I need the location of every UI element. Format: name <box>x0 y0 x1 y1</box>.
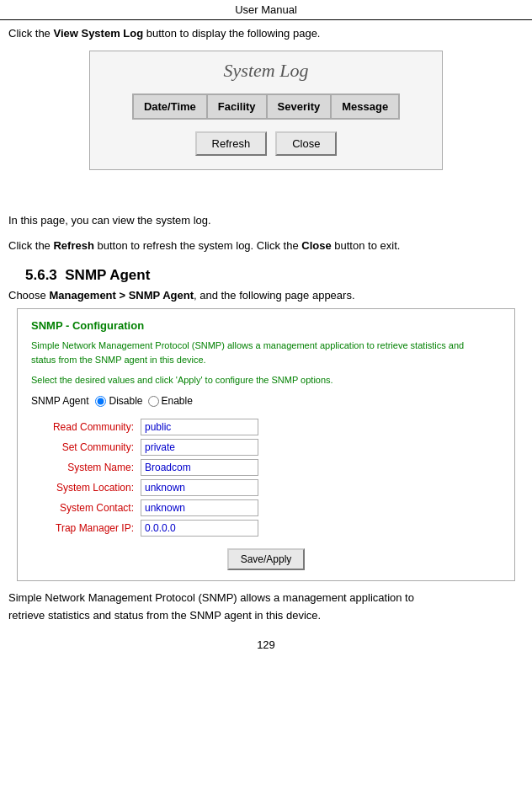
form-row-3: System Location: <box>31 479 501 496</box>
system-log-title: System Log <box>224 60 309 82</box>
col-facility: Facility <box>208 95 268 118</box>
desc-line1: In this page, you can view the system lo… <box>8 212 524 230</box>
log-buttons: Refresh Close <box>195 131 338 156</box>
intro-bold: View System Log <box>53 27 143 40</box>
form-label-0: Read Community: <box>31 421 141 433</box>
page-number: 129 <box>0 638 532 651</box>
radio-disable-option[interactable]: Disable <box>95 395 142 407</box>
form-row-1: Set Community: <box>31 439 501 456</box>
close-button[interactable]: Close <box>275 131 337 156</box>
col-severity: Severity <box>268 95 332 118</box>
snmp-configuration-panel: SNMP - Configuration Simple Network Mana… <box>17 308 515 581</box>
radio-enable-label: Enable <box>162 395 193 407</box>
form-label-1: Set Community: <box>31 441 141 453</box>
section-heading: 5.6.3 SNMP Agent <box>25 267 524 284</box>
form-input-5[interactable] <box>141 520 258 537</box>
section-title: SNMP Agent <box>65 267 150 283</box>
snmp-agent-label: SNMP Agent <box>31 395 88 407</box>
radio-group: Disable Enable <box>95 395 192 407</box>
intro-before: Click the <box>8 27 53 40</box>
form-row-2: System Name: <box>31 459 501 476</box>
form-input-1[interactable] <box>141 439 258 456</box>
form-label-5: Trap Manager IP: <box>31 522 141 534</box>
system-log-panel: System Log Date/Time Facility Severity M… <box>89 51 443 170</box>
form-label-4: System Contact: <box>31 502 141 514</box>
save-btn-row: Save/Apply <box>31 548 501 570</box>
intro-after: button to display the following page. <box>143 27 320 40</box>
save-apply-button[interactable]: Save/Apply <box>227 548 306 570</box>
header-title: User Manual <box>235 3 297 16</box>
form-input-0[interactable] <box>141 419 258 435</box>
radio-enable[interactable] <box>148 396 159 407</box>
snmp-desc: Simple Network Management Protocol (SNMP… <box>31 339 501 366</box>
form-input-3[interactable] <box>141 479 258 496</box>
form-label-3: System Location: <box>31 482 141 494</box>
radio-disable[interactable] <box>95 396 106 407</box>
desc-line2: Click the Refresh button to refresh the … <box>8 238 524 255</box>
form-input-2[interactable] <box>141 459 258 476</box>
form-input-4[interactable] <box>141 499 258 516</box>
choose-text: Choose Management > SNMP Agent, and the … <box>8 289 524 302</box>
log-table-header: Date/Time Facility Severity Message <box>132 93 400 120</box>
page-header: User Manual <box>0 0 532 20</box>
intro-paragraph: Click the View System Log button to disp… <box>8 25 524 42</box>
radio-enable-option[interactable]: Enable <box>148 395 193 407</box>
form-row-5: Trap Manager IP: <box>31 520 501 537</box>
snmp-form: Read Community:Set Community:System Name… <box>31 419 501 537</box>
snmp-agent-row: SNMP Agent Disable Enable <box>31 395 501 407</box>
form-label-2: System Name: <box>31 462 141 473</box>
snmp-select-text: Select the desired values and click 'App… <box>31 375 501 385</box>
snmp-config-title: SNMP - Configuration <box>31 319 501 332</box>
col-message: Message <box>332 95 398 118</box>
form-row-0: Read Community: <box>31 419 501 435</box>
refresh-button[interactable]: Refresh <box>195 131 268 156</box>
radio-disable-label: Disable <box>109 395 142 407</box>
col-datetime: Date/Time <box>134 95 208 118</box>
bottom-desc: Simple Network Management Protocol (SNMP… <box>8 590 524 625</box>
section-number: 5.6.3 <box>25 267 57 283</box>
form-row-4: System Contact: <box>31 499 501 516</box>
